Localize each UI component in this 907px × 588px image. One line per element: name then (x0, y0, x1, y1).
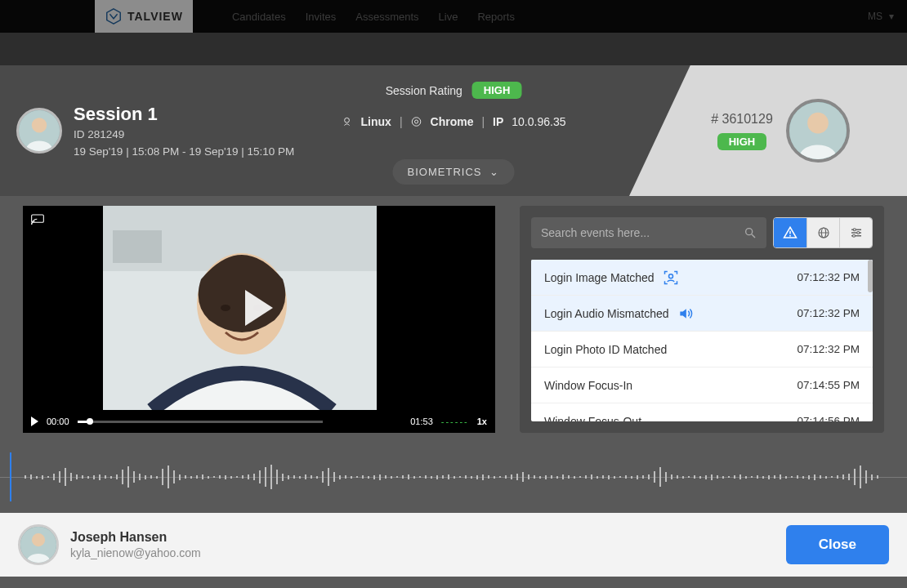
player-controls: 00:00 01:53 ------ 1x (23, 410, 495, 433)
svg-point-28 (668, 274, 672, 278)
event-row[interactable]: Window Focus-In07:14:55 PM (531, 368, 873, 403)
svg-point-15 (746, 229, 753, 235)
events-search[interactable] (531, 217, 766, 248)
chevron-down-icon: ⌄ (489, 166, 499, 178)
brand-logo[interactable]: TALVIEW (95, 0, 193, 33)
svg-point-5 (414, 120, 418, 123)
events-filter-buttons (773, 217, 873, 248)
svg-point-3 (345, 118, 350, 122)
ip-label: IP (493, 115, 503, 128)
nav-live[interactable]: Live (439, 11, 458, 23)
globe-icon (816, 225, 831, 240)
svg-point-7 (807, 113, 829, 134)
nav-invites[interactable]: Invites (306, 11, 337, 23)
event-time: 07:14:56 PM (797, 415, 860, 421)
current-time: 00:00 (47, 416, 69, 426)
audio-icon (677, 305, 694, 322)
svg-rect-11 (113, 230, 162, 263)
footer-email: kyla_nienow@yahoo.com (70, 546, 201, 559)
svg-point-4 (412, 118, 421, 127)
event-time: 07:14:55 PM (797, 379, 860, 391)
sliders-icon (849, 225, 864, 240)
rating-label: Session Rating (386, 84, 462, 97)
session-id: ID 281249 (74, 128, 294, 140)
playback-speed[interactable]: 1x (477, 416, 487, 426)
user-initials: MS (868, 11, 882, 22)
search-input[interactable] (541, 226, 744, 239)
events-list: Login Image Matched07:12:32 PMLogin Audi… (531, 260, 873, 421)
logo-hex-icon (105, 7, 123, 25)
biometrics-label: BIOMETRICS (408, 166, 482, 178)
nav-user[interactable]: MS ▾ (868, 11, 894, 22)
event-row[interactable]: Login Photo ID Matched07:12:32 PM (531, 332, 873, 368)
svg-point-2 (32, 118, 47, 132)
svg-point-30 (32, 533, 45, 546)
alert-filter-button[interactable] (774, 218, 806, 247)
os-label: Linux (361, 115, 391, 128)
system-info: Linux | Chrome | IP 10.0.96.35 (342, 115, 566, 128)
alert-icon (783, 225, 798, 240)
ip-value: 10.0.96.35 (512, 115, 565, 128)
svg-point-25 (853, 229, 856, 231)
session-avatar (16, 108, 62, 154)
biometrics-dropdown[interactable]: BIOMETRICS ⌄ (393, 159, 515, 185)
event-label: Login Image Matched (544, 271, 655, 284)
rating-badge: HIGH (472, 82, 522, 99)
svg-point-26 (856, 232, 859, 234)
chevron-down-icon: ▾ (889, 11, 894, 22)
footer-avatar (18, 524, 59, 565)
event-time: 07:12:32 PM (797, 307, 860, 319)
event-label: Login Photo ID Matched (544, 343, 667, 356)
event-time: 07:12:32 PM (797, 271, 860, 283)
play-small-icon[interactable] (31, 416, 38, 426)
close-button[interactable]: Close (786, 525, 889, 564)
event-label: Login Audio Mismatched (544, 307, 669, 320)
linux-icon (342, 116, 353, 127)
video-player[interactable]: 00:00 01:53 ------ 1x (23, 206, 495, 433)
top-nav: TALVIEW Candidates Invites Assessments L… (0, 0, 907, 33)
events-panel: Login Image Matched07:12:32 PMLogin Audi… (520, 206, 884, 433)
chrome-icon (411, 116, 422, 127)
globe-filter-button[interactable] (806, 218, 839, 247)
record-number: # 3610129 (711, 112, 773, 127)
browser-label: Chrome (431, 115, 474, 128)
brand-name: TALVIEW (127, 10, 183, 23)
svg-point-18 (789, 235, 791, 237)
event-label: Window Focus-Out (544, 415, 641, 422)
session-title: Session 1 (74, 104, 294, 125)
session-time-range: 19 Sep'19 | 15:08 PM - 19 Sep'19 | 15:10… (74, 145, 294, 158)
nav-assessments[interactable]: Assessments (355, 11, 418, 23)
video-frame (103, 206, 377, 410)
event-label: Window Focus-In (544, 379, 632, 392)
footer-name: Joseph Hansen (70, 530, 201, 545)
svg-line-16 (752, 234, 755, 238)
event-row[interactable]: Login Audio Mismatched07:12:32 PM (531, 296, 873, 332)
waveform-cursor[interactable] (10, 452, 11, 501)
nav-candidates[interactable]: Candidates (232, 11, 286, 23)
face-scan-icon (663, 270, 679, 286)
event-row[interactable]: Window Focus-Out07:14:56 PM (531, 403, 873, 421)
event-row[interactable]: Login Image Matched07:12:32 PM (531, 260, 873, 296)
search-icon (744, 226, 757, 239)
nav-links: Candidates Invites Assessments Live Repo… (232, 11, 515, 23)
event-time: 07:12:32 PM (797, 343, 860, 355)
svg-point-27 (852, 234, 855, 237)
duration: 01:53 (410, 416, 433, 426)
play-button[interactable] (245, 290, 273, 326)
events-scrollbar[interactable] (868, 260, 873, 292)
audio-level-indicator: ------ (441, 416, 469, 426)
progress-bar[interactable] (78, 421, 323, 423)
svg-point-13 (221, 305, 230, 311)
banner-right: # 3610129 HIGH (629, 65, 907, 196)
record-avatar (786, 99, 850, 163)
footer-bar: Joseph Hansen kyla_nienow@yahoo.com Clos… (0, 513, 907, 577)
settings-filter-button[interactable] (839, 218, 872, 247)
cast-icon (31, 214, 44, 225)
svg-marker-0 (107, 9, 121, 24)
nav-reports[interactable]: Reports (477, 11, 515, 23)
record-rating-badge: HIGH (717, 133, 767, 150)
audio-waveform[interactable] (0, 448, 907, 506)
